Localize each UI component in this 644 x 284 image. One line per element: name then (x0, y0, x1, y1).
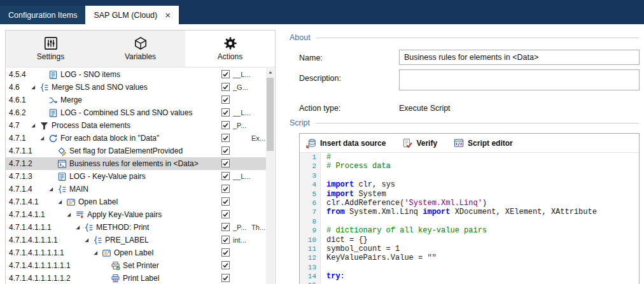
code-area[interactable]: 1#2# Process data34import clr, sys5impor… (300, 153, 639, 284)
open-label-icon (102, 248, 111, 258)
script-toolbar-label: Verify (416, 139, 437, 148)
script-editor-icon (454, 138, 464, 148)
set-variable-icon (57, 146, 67, 156)
line-number: 12 (300, 253, 321, 262)
tree-row[interactable]: 4.5.4LOG - SNO items__L... (6, 68, 266, 81)
tree-row-checkbox[interactable] (221, 197, 230, 206)
line-number: 3 (300, 171, 321, 180)
tree-row-checkbox[interactable] (221, 159, 230, 167)
tree-row[interactable]: 4.6.2LOG - Combined SLS and SNO values__… (6, 106, 266, 119)
tree-row-col2: Ex... (251, 134, 265, 142)
code-line: 14try: (300, 272, 639, 281)
tree-row[interactable]: 4.7.1.2Business rules for elements in <D… (6, 157, 266, 170)
script-editor: Insert data sourceVerifyScript editor 1#… (299, 133, 640, 284)
tree-row-checkbox[interactable] (221, 146, 230, 155)
name-input[interactable]: Business rules for elements in <Data> (399, 50, 640, 65)
tree-row-checkbox[interactable] (221, 210, 230, 218)
automation-builder-window: Configuration ItemsSAP GLM (Cloud)× Sett… (0, 0, 644, 284)
tree-row[interactable]: 4.7.1.4.1.1.1METHOD: Print_P...Th... (6, 221, 266, 234)
tree-row-checkbox[interactable] (221, 121, 230, 129)
expand-collapse-icon[interactable] (84, 234, 92, 246)
tree-row-checkbox[interactable] (221, 261, 230, 269)
tree-row-checkbox[interactable] (221, 185, 230, 193)
code-token: KeyValuePairs.Value = (326, 253, 427, 262)
twisty-spacer (48, 157, 57, 170)
expand-collapse-icon[interactable] (57, 195, 66, 208)
scrollbar-thumb[interactable] (267, 78, 274, 151)
tree-row[interactable]: 4.7.1.4.1.1.1.1.1.1Set Printer (6, 259, 266, 272)
tab-configuration-items[interactable]: Configuration Items (0, 6, 85, 24)
tree-row-checkbox[interactable] (221, 83, 230, 91)
tree-row-checkbox[interactable] (221, 70, 230, 78)
script-toolbar-button-script-editor[interactable]: Script editor (454, 138, 513, 148)
tree-row-label: Merge SLS and SNO values (52, 83, 148, 92)
tree-row-content: Merge (39, 94, 82, 106)
expand-collapse-icon[interactable] (66, 208, 74, 221)
tree-row[interactable]: 4.7.1.4.1.1.1.1.1Open Label (6, 246, 266, 259)
code-line-text (321, 171, 326, 180)
tree-row-checkbox[interactable] (221, 223, 230, 231)
tree-row-col1: _P... (233, 224, 246, 231)
tree-row-checkbox[interactable] (221, 96, 230, 104)
tree-row-checkbox[interactable] (221, 134, 230, 142)
expand-collapse-icon[interactable] (39, 132, 48, 145)
tree-row[interactable]: 4.7.1.1Set flag for DataElementProvided (6, 145, 266, 157)
tab-close-icon[interactable]: × (165, 10, 171, 20)
tree-row-content: Open Label (57, 195, 118, 208)
tree-row[interactable]: 4.6Merge SLS and SNO values_G... (6, 81, 266, 94)
tree-row[interactable]: 4.7.1.4.1.1Apply Key-Value pairs (6, 208, 266, 221)
script-icon (57, 159, 67, 169)
tree-row-label: Open Label (114, 248, 153, 257)
tab-label: Configuration Items (8, 11, 77, 20)
tree-row[interactable]: 4.7.1.4.1Open Label (6, 195, 266, 208)
tree-row[interactable]: 4.7.1.3LOG - Key-Value pairs__L... (6, 170, 266, 183)
toolbar-button-actions[interactable]: Actions (185, 31, 275, 67)
open-label-icon (66, 197, 76, 207)
tree-row-number: 4.7.1.4.1.1.1 (9, 223, 52, 232)
line-number: 7 (300, 208, 321, 217)
tree-row-label: LOG - Key-Value pairs (69, 172, 146, 181)
expand-collapse-icon[interactable] (31, 119, 39, 132)
print-label-icon (111, 274, 120, 283)
group-icon (93, 236, 102, 245)
expand-collapse-icon[interactable] (31, 81, 39, 94)
tree-row[interactable]: 4.6.1Merge (6, 94, 266, 106)
tab-label: SAP GLM (Cloud) (94, 11, 157, 20)
line-number: 1 (300, 153, 321, 162)
script-toolbar-button-verify[interactable]: Verify (402, 138, 437, 148)
script-section-header: Script (290, 118, 639, 127)
code-token: : (340, 272, 345, 281)
tree-row-number: 4.7.1 (9, 134, 26, 143)
tree-row[interactable]: 4.7.1.4.1.1.1.1.1.2Print Label (6, 272, 266, 284)
script-toolbar-button-insert-data-source[interactable]: Insert data source (306, 138, 386, 148)
toolbar-button-settings[interactable]: Settings (6, 31, 95, 67)
code-token: clr, sys (354, 180, 395, 189)
expand-collapse-icon[interactable] (75, 221, 83, 234)
line-number: 11 (300, 245, 321, 253)
tab-sap-glm-cloud[interactable]: SAP GLM (Cloud)× (85, 6, 179, 24)
tree-row[interactable]: 4.7.1For each data block in "Data"Ex... (6, 132, 266, 145)
line-number: 6 (300, 199, 321, 208)
tree-row-checkbox[interactable] (221, 108, 230, 117)
scrollbar-up-icon[interactable] (266, 68, 274, 76)
filter-icon (39, 121, 49, 131)
tree-row-checkbox[interactable] (221, 172, 230, 180)
code-token: System (354, 190, 386, 199)
tree-row[interactable]: 4.7.1.4.1.1.1.1PRE_LABELint... (6, 234, 266, 246)
expand-collapse-icon[interactable] (93, 246, 101, 259)
tree-row-content: Print Label (102, 272, 159, 284)
code-line: 15 (300, 281, 639, 284)
tree-row-label: Set Printer (123, 261, 159, 270)
tree-row-checkbox[interactable] (221, 236, 230, 244)
tree-row-checkbox[interactable] (221, 274, 230, 282)
expand-collapse-icon[interactable] (48, 183, 57, 195)
tree-row-checkbox[interactable] (221, 248, 230, 257)
toolbar-button-variables[interactable]: Variables (95, 31, 185, 67)
tree-scrollbar[interactable] (266, 68, 274, 284)
tree-row[interactable]: 4.7.1.4MAIN (6, 183, 266, 195)
description-input[interactable] (399, 69, 640, 90)
group-icon (84, 223, 94, 232)
action-type-label: Action type: (299, 104, 340, 113)
actions-gear-icon (223, 36, 237, 50)
tree-row[interactable]: 4.7Process Data elements_P... (6, 119, 266, 132)
